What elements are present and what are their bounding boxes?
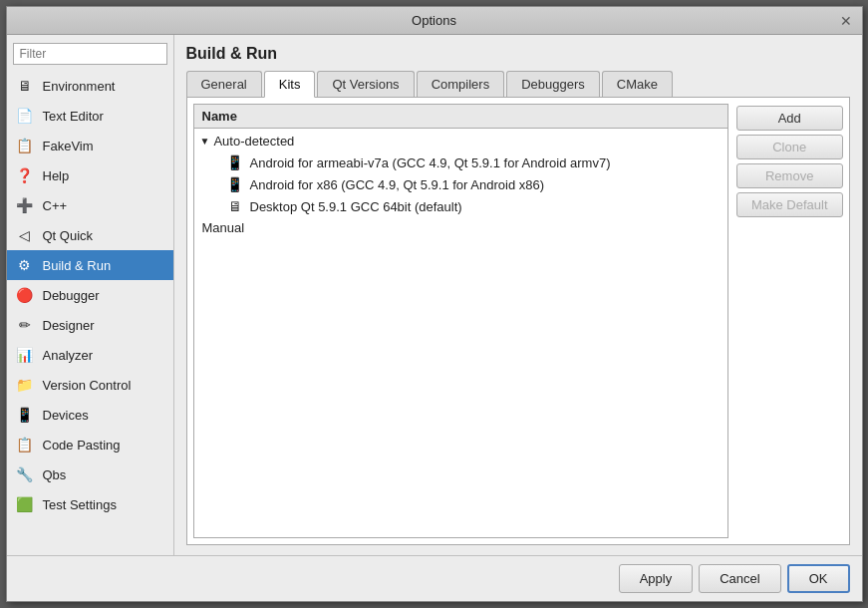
sidebar-item-qbs[interactable]: 🔧 Qbs	[7, 459, 173, 489]
sidebar-item-environment[interactable]: 🖥 Environment	[7, 71, 173, 101]
auto-detected-group: ▼ Auto-detected	[194, 131, 727, 152]
analyzer-icon: 📊	[15, 345, 35, 365]
sidebar-item-label: Designer	[43, 318, 95, 333]
tabs-bar: GeneralKitsQt VersionsCompilersDebuggers…	[186, 71, 850, 98]
sidebar-item-label: Version Control	[43, 378, 132, 393]
sidebar-item-label: C++	[43, 198, 68, 213]
tab-compilers[interactable]: Compilers	[417, 71, 505, 97]
sidebar-item-cpp[interactable]: ➕ C++	[7, 190, 173, 220]
sidebar-item-label: Build & Run	[43, 258, 112, 273]
kit-device-icon: 📱	[226, 154, 244, 170]
qt-quick-icon: ◁	[15, 225, 35, 245]
dialog-body: 🖥 Environment 📄 Text Editor 📋 FakeVim ❓ …	[7, 35, 862, 555]
version-control-icon: 📁	[15, 375, 35, 395]
text-editor-icon: 📄	[15, 106, 35, 126]
sidebar-item-devices[interactable]: 📱 Devices	[7, 400, 173, 430]
kits-list-area: Name ▼ Auto-detected 📱 Android for armea…	[193, 104, 728, 538]
sidebar-item-label: Text Editor	[43, 109, 104, 124]
ok-button[interactable]: OK	[787, 564, 850, 593]
sidebar-item-label: Code Pasting	[43, 438, 121, 453]
dialog-footer: Apply Cancel OK	[7, 555, 862, 601]
sidebar-item-label: Qt Quick	[43, 228, 94, 243]
kit-item[interactable]: 📱 Android for x86 (GCC 4.9, Qt 5.9.1 for…	[194, 173, 727, 195]
sidebar-item-label: Devices	[43, 408, 89, 423]
sidebar-item-qt-quick[interactable]: ◁ Qt Quick	[7, 220, 173, 250]
page-title: Build & Run	[186, 45, 850, 63]
cpp-icon: ➕	[15, 195, 35, 215]
cancel-button[interactable]: Cancel	[699, 564, 780, 593]
kit-device-icon: 📱	[226, 176, 244, 192]
sidebar-item-label: Help	[43, 168, 70, 183]
tab-qt-versions[interactable]: Qt Versions	[317, 71, 414, 97]
dialog-title: Options	[31, 13, 838, 28]
sidebar-item-help[interactable]: ❓ Help	[7, 160, 173, 190]
sidebar-item-label: Environment	[43, 79, 116, 94]
filter-input[interactable]	[13, 43, 167, 65]
sidebar-item-label: Analyzer	[43, 348, 94, 363]
designer-icon: ✏	[15, 315, 35, 335]
kit-item[interactable]: 📱 Android for armeabi-v7a (GCC 4.9, Qt 5…	[194, 152, 727, 173]
make-default-button[interactable]: Make Default	[736, 192, 843, 217]
help-icon: ❓	[15, 165, 35, 185]
devices-icon: 📱	[15, 405, 35, 425]
chevron-down-icon: ▼	[200, 136, 210, 147]
sidebar-item-analyzer[interactable]: 📊 Analyzer	[7, 340, 173, 370]
add-kit-button[interactable]: Add	[736, 106, 843, 131]
kit-label: Android for armeabi-v7a (GCC 4.9, Qt 5.9…	[250, 155, 611, 170]
sidebar: 🖥 Environment 📄 Text Editor 📋 FakeVim ❓ …	[7, 35, 174, 555]
kit-item[interactable]: 🖥 Desktop Qt 5.9.1 GCC 64bit (default)	[194, 195, 727, 217]
manual-label: Manual	[202, 220, 245, 235]
sidebar-item-label: FakeVim	[43, 139, 94, 153]
qbs-icon: 🔧	[15, 464, 35, 484]
main-content: Build & Run GeneralKitsQt VersionsCompil…	[174, 35, 862, 555]
debugger-icon: 🔴	[15, 285, 35, 305]
sidebar-item-version-control[interactable]: 📁 Version Control	[7, 370, 173, 400]
tab-kits[interactable]: Kits	[264, 71, 316, 98]
tab-content: Name ▼ Auto-detected 📱 Android for armea…	[186, 98, 850, 545]
options-dialog: Options ✕ 🖥 Environment 📄 Text Editor 📋 …	[6, 6, 863, 602]
code-pasting-icon: 📋	[15, 435, 35, 455]
sidebar-item-debugger[interactable]: 🔴 Debugger	[7, 280, 173, 310]
build-run-icon: ⚙	[15, 255, 35, 275]
tab-general[interactable]: General	[186, 71, 262, 97]
title-bar: Options ✕	[7, 7, 862, 35]
kits-list-body: ▼ Auto-detected 📱 Android for armeabi-v7…	[194, 129, 727, 537]
fakevim-icon: 📋	[15, 136, 35, 155]
kit-label: Desktop Qt 5.9.1 GCC 64bit (default)	[250, 199, 462, 214]
tab-cmake[interactable]: CMake	[602, 71, 673, 97]
remove-kit-button[interactable]: Remove	[736, 163, 843, 188]
sidebar-item-code-pasting[interactable]: 📋 Code Pasting	[7, 430, 173, 459]
close-button[interactable]: ✕	[838, 13, 854, 29]
kit-label: Android for x86 (GCC 4.9, Qt 5.9.1 for A…	[250, 177, 545, 192]
apply-button[interactable]: Apply	[619, 564, 694, 593]
sidebar-item-text-editor[interactable]: 📄 Text Editor	[7, 101, 173, 131]
clone-kit-button[interactable]: Clone	[736, 135, 843, 159]
kits-buttons: Add Clone Remove Make Default	[736, 104, 843, 538]
sidebar-item-label: Qbs	[43, 467, 67, 482]
manual-group: Manual	[194, 217, 727, 238]
kits-list-header: Name	[194, 105, 727, 129]
sidebar-item-fakevim[interactable]: 📋 FakeVim	[7, 131, 173, 160]
auto-detected-label: Auto-detected	[213, 134, 294, 149]
sidebar-item-build-run[interactable]: ⚙ Build & Run	[7, 250, 173, 280]
auto-kits-container: 📱 Android for armeabi-v7a (GCC 4.9, Qt 5…	[194, 152, 727, 217]
test-settings-icon: 🟩	[15, 494, 35, 514]
tab-debuggers[interactable]: Debuggers	[506, 71, 600, 97]
sidebar-item-designer[interactable]: ✏ Designer	[7, 310, 173, 340]
environment-icon: 🖥	[15, 76, 35, 96]
sidebar-items: 🖥 Environment 📄 Text Editor 📋 FakeVim ❓ …	[7, 71, 173, 519]
sidebar-item-label: Debugger	[43, 288, 100, 303]
kit-device-icon: 🖥	[226, 198, 244, 214]
sidebar-item-test-settings[interactable]: 🟩 Test Settings	[7, 489, 173, 519]
sidebar-item-label: Test Settings	[43, 497, 117, 512]
